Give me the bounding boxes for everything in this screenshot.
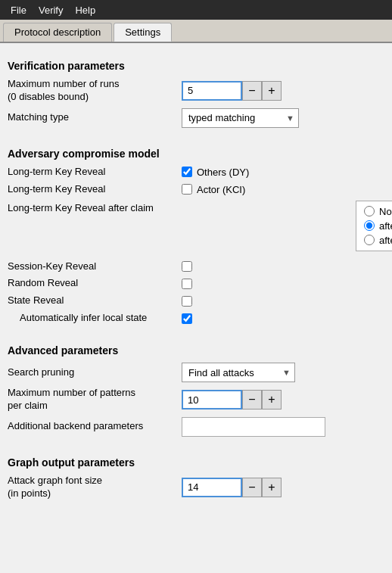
session-key-label: Session-Key Reveal bbox=[8, 260, 182, 273]
radio-after-pfs-row: after (PFS) bbox=[364, 235, 392, 246]
auto-infer-label: Automatically infer local state bbox=[8, 312, 182, 325]
search-pruning-select[interactable]: Find all attacks Find first attack No pr… bbox=[182, 363, 295, 382]
actor-kci-checkbox[interactable] bbox=[182, 184, 192, 195]
others-dy-cell: Others (DY) bbox=[182, 167, 249, 178]
state-reveal-label: State Reveal bbox=[8, 294, 182, 307]
max-runs-increment[interactable]: + bbox=[262, 81, 282, 101]
state-reveal-checkbox[interactable] bbox=[182, 296, 192, 307]
radio-none-dy[interactable] bbox=[364, 206, 375, 216]
session-key-row: Session-Key Reveal bbox=[8, 260, 384, 273]
others-dy-label: Others (DY) bbox=[197, 167, 249, 178]
advanced-section-title: Advanced parameters bbox=[8, 344, 384, 357]
menu-file[interactable]: File bbox=[5, 3, 33, 17]
long-term-others-label: Long-term Key Reveal bbox=[8, 166, 182, 179]
matching-type-label: Matching type bbox=[8, 111, 182, 124]
after-claim-radio-group: None (DY) aftercorrect (wPFS) after (PFS… bbox=[356, 201, 392, 251]
additional-backend-label: Additional backend parameters bbox=[8, 420, 182, 433]
actor-kci-cell: Actor (KCI) bbox=[182, 184, 245, 195]
actor-kci-label: Actor (KCI) bbox=[197, 184, 245, 195]
max-runs-label: Maximum number of runs(0 disables bound) bbox=[8, 78, 182, 104]
tab-settings[interactable]: Settings bbox=[114, 23, 172, 42]
state-reveal-cell bbox=[182, 296, 192, 307]
adversary-section-title: Adversary compromise model bbox=[8, 148, 384, 160]
graph-section-title: Graph output parameters bbox=[8, 456, 384, 469]
font-size-input[interactable] bbox=[182, 478, 242, 497]
radio-after-pfs-label: after (PFS) bbox=[379, 235, 392, 246]
radio-aftercorrect-label: aftercorrect (wPFS) bbox=[379, 220, 392, 232]
others-dy-checkbox[interactable] bbox=[182, 167, 192, 177]
auto-infer-row: Automatically infer local state bbox=[8, 312, 384, 325]
font-size-increment[interactable]: + bbox=[262, 478, 282, 497]
menubar: File Verify Help bbox=[0, 0, 392, 20]
search-pruning-container: Find all attacks Find first attack No pr… bbox=[182, 363, 295, 382]
max-patterns-row: Maximum number of patternsper claim − + bbox=[8, 387, 384, 413]
max-patterns-spinbox: − + bbox=[182, 390, 282, 410]
additional-backend-input[interactable] bbox=[182, 417, 325, 437]
font-size-row: Attack graph font size(in points) − + bbox=[8, 475, 384, 500]
random-reveal-label: Random Reveal bbox=[8, 277, 182, 290]
tab-protocol-description[interactable]: Protocol description bbox=[3, 23, 112, 42]
additional-backend-row: Additional backend parameters bbox=[8, 417, 384, 437]
random-reveal-row: Random Reveal bbox=[8, 277, 384, 290]
radio-none-dy-row: None (DY) bbox=[364, 206, 392, 217]
radio-aftercorrect-wpfs[interactable] bbox=[364, 220, 375, 231]
auto-infer-checkbox[interactable] bbox=[182, 313, 192, 324]
random-reveal-cell bbox=[182, 279, 192, 289]
radio-aftercorrect-row: aftercorrect (wPFS) bbox=[364, 220, 392, 232]
search-pruning-row: Search pruning Find all attacks Find fir… bbox=[8, 363, 384, 382]
tab-bar: Protocol description Settings bbox=[0, 20, 392, 43]
max-runs-row: Maximum number of runs(0 disables bound)… bbox=[8, 78, 384, 104]
font-size-spinbox: − + bbox=[182, 478, 282, 497]
radio-none-dy-label: None (DY) bbox=[379, 206, 392, 217]
session-key-checkbox[interactable] bbox=[182, 261, 192, 272]
menu-verify[interactable]: Verify bbox=[33, 3, 70, 17]
search-pruning-label: Search pruning bbox=[8, 366, 182, 379]
random-reveal-checkbox[interactable] bbox=[182, 279, 192, 289]
long-term-others-row: Long-term Key Reveal Others (DY) bbox=[8, 166, 384, 179]
auto-infer-cell bbox=[182, 313, 192, 324]
max-runs-decrement[interactable]: − bbox=[242, 81, 262, 101]
max-patterns-input[interactable] bbox=[182, 390, 242, 410]
menu-help[interactable]: Help bbox=[69, 3, 101, 17]
max-patterns-increment[interactable]: + bbox=[262, 390, 282, 410]
after-claim-row: Long-term Key Reveal after claim None (D… bbox=[8, 201, 384, 256]
matching-type-select[interactable]: typed matching untyped matching bbox=[182, 108, 299, 128]
max-runs-input[interactable] bbox=[182, 81, 242, 101]
after-claim-label: Long-term Key Reveal after claim bbox=[8, 201, 182, 213]
state-reveal-row: State Reveal bbox=[8, 294, 384, 307]
matching-type-dropdown-container: typed matching untyped matching ▼ bbox=[182, 108, 299, 128]
max-runs-spinbox: − + bbox=[182, 81, 282, 101]
long-term-actor-label: Long-term Key Reveal bbox=[8, 183, 182, 196]
radio-after-pfs[interactable] bbox=[364, 235, 375, 245]
matching-type-row: Matching type typed matching untyped mat… bbox=[8, 108, 384, 128]
max-patterns-label: Maximum number of patternsper claim bbox=[8, 387, 182, 413]
verification-section-title: Verification parameters bbox=[8, 60, 384, 72]
font-size-label: Attack graph font size(in points) bbox=[8, 475, 182, 500]
settings-panel: Verification parameters Maximum number o… bbox=[0, 43, 392, 512]
session-key-cell bbox=[182, 261, 192, 272]
max-patterns-decrement[interactable]: − bbox=[242, 390, 262, 410]
font-size-decrement[interactable]: − bbox=[242, 478, 262, 497]
long-term-actor-row: Long-term Key Reveal Actor (KCI) bbox=[8, 183, 384, 196]
